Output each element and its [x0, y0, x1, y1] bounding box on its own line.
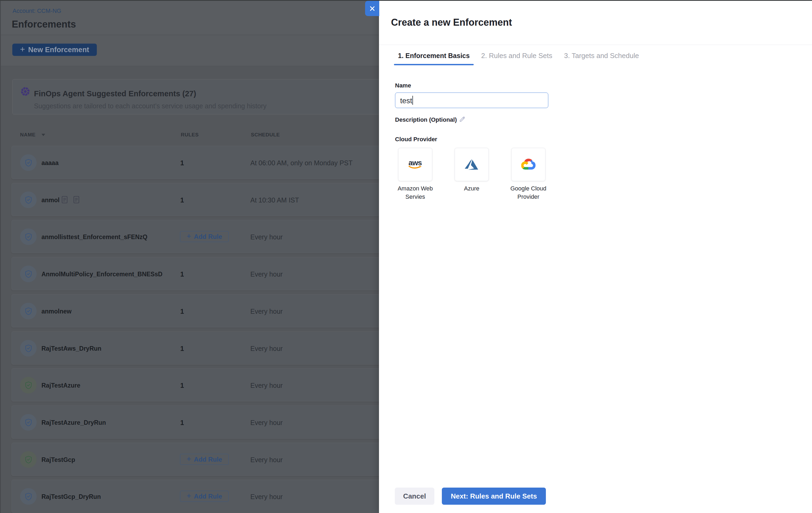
svg-text:aws: aws	[408, 159, 422, 167]
